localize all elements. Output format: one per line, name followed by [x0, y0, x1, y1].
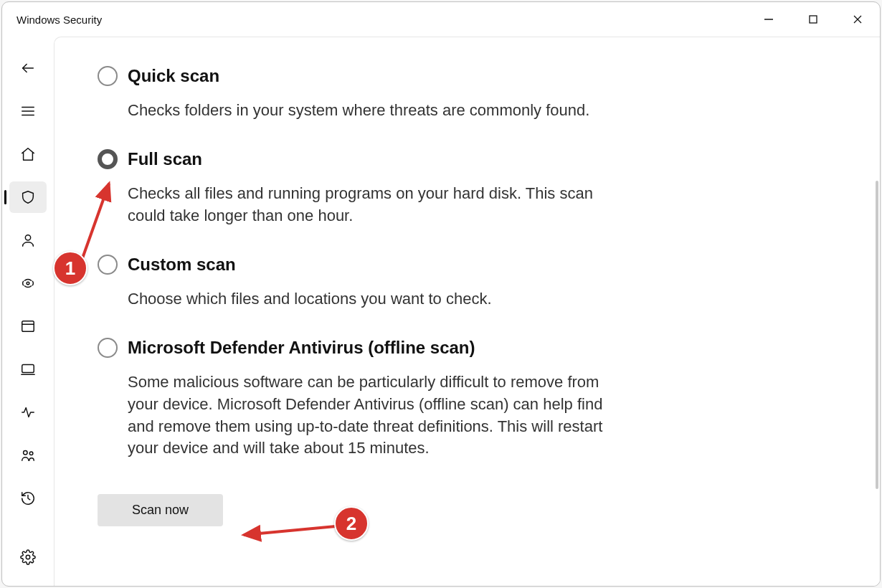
svg-rect-1	[810, 16, 817, 23]
svg-point-9	[27, 282, 29, 285]
option-body: Quick scan Checks folders in your system…	[128, 65, 714, 122]
annotation-badge-2: 2	[334, 506, 369, 541]
svg-rect-10	[22, 321, 34, 332]
sidebar-item-device-security[interactable]	[9, 354, 47, 385]
sidebar-item-virus-protection[interactable]	[9, 181, 47, 213]
annotation-badge-1: 1	[53, 251, 87, 285]
sidebar-item-device-performance[interactable]	[9, 397, 47, 428]
option-description: Checks all files and running programs on…	[128, 183, 630, 227]
sidebar-item-account[interactable]	[9, 224, 47, 256]
sidebar	[2, 37, 54, 586]
scan-option-custom[interactable]: Custom scan Choose which files and locat…	[98, 253, 714, 310]
svg-rect-12	[22, 365, 34, 373]
radio-custom-scan[interactable]	[98, 255, 118, 275]
sidebar-item-settings[interactable]	[9, 541, 47, 573]
option-title: Custom scan	[128, 253, 714, 275]
scan-now-button[interactable]: Scan now	[98, 494, 223, 526]
svg-point-14	[24, 451, 28, 455]
scrollbar-thumb[interactable]	[876, 181, 878, 489]
minimize-button[interactable]	[746, 2, 791, 37]
window-frame: Windows Security	[1, 1, 881, 587]
svg-point-15	[29, 452, 33, 455]
sidebar-item-firewall[interactable]	[9, 267, 47, 299]
maximize-button[interactable]	[791, 2, 835, 37]
sidebar-item-home[interactable]	[9, 138, 47, 170]
close-button[interactable]	[835, 2, 880, 37]
option-body: Custom scan Choose which files and locat…	[128, 253, 714, 310]
option-title: Full scan	[128, 148, 714, 170]
option-title: Quick scan	[128, 65, 714, 87]
scan-options-panel: Quick scan Checks folders in your system…	[54, 37, 714, 555]
window-controls	[746, 2, 880, 37]
option-title: Microsoft Defender Antivirus (offline sc…	[128, 336, 714, 359]
sidebar-item-family[interactable]	[9, 440, 47, 471]
content-area: Quick scan Checks folders in your system…	[54, 37, 880, 586]
option-description: Checks folders in your system where thre…	[128, 100, 630, 122]
back-button[interactable]	[9, 52, 47, 84]
hamburger-menu-icon[interactable]	[9, 95, 47, 127]
scan-option-full[interactable]: Full scan Checks all files and running p…	[98, 148, 714, 227]
svg-point-16	[26, 555, 30, 559]
radio-full-scan[interactable]	[98, 149, 118, 169]
option-body: Full scan Checks all files and running p…	[128, 148, 714, 227]
option-description: Choose which files and locations you wan…	[128, 288, 630, 310]
sidebar-item-history[interactable]	[9, 483, 47, 514]
option-description: Some malicious software can be particula…	[128, 371, 630, 460]
window-body: Quick scan Checks folders in your system…	[2, 37, 880, 586]
radio-quick-scan[interactable]	[98, 66, 118, 86]
radio-offline-scan[interactable]	[98, 338, 118, 358]
sidebar-item-app-browser[interactable]	[9, 310, 47, 342]
window-title: Windows Security	[16, 14, 102, 26]
svg-point-8	[25, 235, 30, 240]
scan-option-offline[interactable]: Microsoft Defender Antivirus (offline sc…	[98, 336, 714, 460]
scan-option-quick[interactable]: Quick scan Checks folders in your system…	[98, 65, 714, 122]
titlebar: Windows Security	[2, 2, 880, 37]
option-body: Microsoft Defender Antivirus (offline sc…	[128, 336, 714, 460]
